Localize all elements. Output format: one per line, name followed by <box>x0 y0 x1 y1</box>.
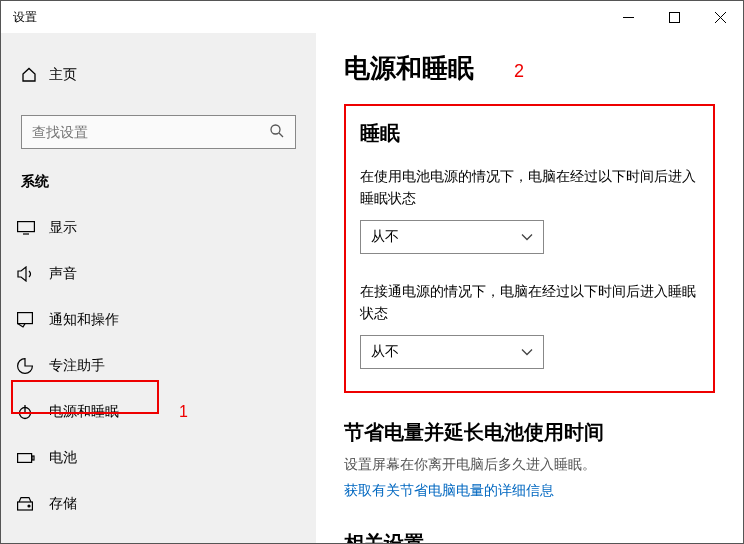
sidebar: 主页 系统 显示 声音 通知和操作 <box>1 33 316 543</box>
svg-point-4 <box>271 125 280 134</box>
battery-sleep-value: 从不 <box>371 228 399 246</box>
svg-line-5 <box>279 133 283 137</box>
window-title: 设置 <box>13 9 37 26</box>
sidebar-home[interactable]: 主页 <box>21 53 296 97</box>
focus-icon <box>17 358 49 374</box>
sidebar-item-label: 电源和睡眠 <box>49 403 119 421</box>
plugged-sleep-value: 从不 <box>371 343 399 361</box>
titlebar: 设置 <box>1 1 743 33</box>
plugged-sleep-dropdown[interactable]: 从不 <box>360 335 544 369</box>
search-input[interactable] <box>32 124 269 140</box>
page-title: 电源和睡眠 <box>344 51 474 86</box>
battery-sleep-dropdown[interactable]: 从不 <box>360 220 544 254</box>
tips-heading: 节省电量并延长电池使用时间 <box>344 419 715 446</box>
sidebar-item-notifications[interactable]: 通知和操作 <box>17 297 296 343</box>
sidebar-item-sound[interactable]: 声音 <box>17 251 296 297</box>
chevron-down-icon <box>521 344 533 359</box>
svg-rect-12 <box>32 456 34 460</box>
search-icon <box>269 123 285 142</box>
maximize-button[interactable] <box>651 1 697 33</box>
related-heading: 相关设置 <box>344 530 715 543</box>
window-controls <box>605 1 743 33</box>
sidebar-item-battery[interactable]: 电池 <box>17 435 296 481</box>
battery-icon <box>17 452 49 464</box>
sidebar-item-display[interactable]: 显示 <box>17 205 296 251</box>
home-icon <box>21 67 49 83</box>
sidebar-item-label: 电池 <box>49 449 77 467</box>
content-area: 主页 系统 显示 声音 通知和操作 <box>1 33 743 543</box>
close-button[interactable] <box>697 1 743 33</box>
minimize-button[interactable] <box>605 1 651 33</box>
annotation-2: 2 <box>514 61 524 82</box>
plugged-sleep-label: 在接通电源的情况下，电脑在经过以下时间后进入睡眠状态 <box>360 280 699 325</box>
sidebar-item-label: 显示 <box>49 219 77 237</box>
sidebar-category: 系统 <box>21 173 296 191</box>
sleep-heading: 睡眠 <box>360 120 699 147</box>
svg-rect-8 <box>18 313 33 324</box>
tips-text: 设置屏幕在你离开电脑后多久进入睡眠。 <box>344 456 715 474</box>
sleep-section: 睡眠 在使用电池电源的情况下，电脑在经过以下时间后进入睡眠状态 从不 在接通电源… <box>344 104 715 393</box>
storage-icon <box>17 497 49 511</box>
notifications-icon <box>17 312 49 328</box>
sidebar-item-storage[interactable]: 存储 <box>17 481 296 527</box>
sidebar-nav: 显示 声音 通知和操作 专注助手 电源和睡眠 1 电池 <box>21 205 296 527</box>
main-content: 电源和睡眠 2 睡眠 在使用电池电源的情况下，电脑在经过以下时间后进入睡眠状态 … <box>316 33 743 543</box>
sidebar-item-label: 存储 <box>49 495 77 513</box>
sound-icon <box>17 266 49 282</box>
svg-rect-1 <box>669 12 679 22</box>
svg-point-14 <box>28 505 30 507</box>
sidebar-item-power[interactable]: 电源和睡眠 1 <box>17 389 296 435</box>
power-icon <box>17 404 49 420</box>
sidebar-item-focus[interactable]: 专注助手 <box>17 343 296 389</box>
battery-sleep-label: 在使用电池电源的情况下，电脑在经过以下时间后进入睡眠状态 <box>360 165 699 210</box>
sidebar-item-label: 专注助手 <box>49 357 105 375</box>
sidebar-item-label: 声音 <box>49 265 77 283</box>
sidebar-home-label: 主页 <box>49 66 77 84</box>
tips-link[interactable]: 获取有关节省电脑电量的详细信息 <box>344 482 554 498</box>
annotation-1: 1 <box>179 403 188 421</box>
svg-rect-11 <box>18 454 32 463</box>
sidebar-item-label: 通知和操作 <box>49 311 119 329</box>
svg-rect-6 <box>18 222 35 232</box>
search-box[interactable] <box>21 115 296 149</box>
chevron-down-icon <box>521 229 533 244</box>
display-icon <box>17 221 49 235</box>
